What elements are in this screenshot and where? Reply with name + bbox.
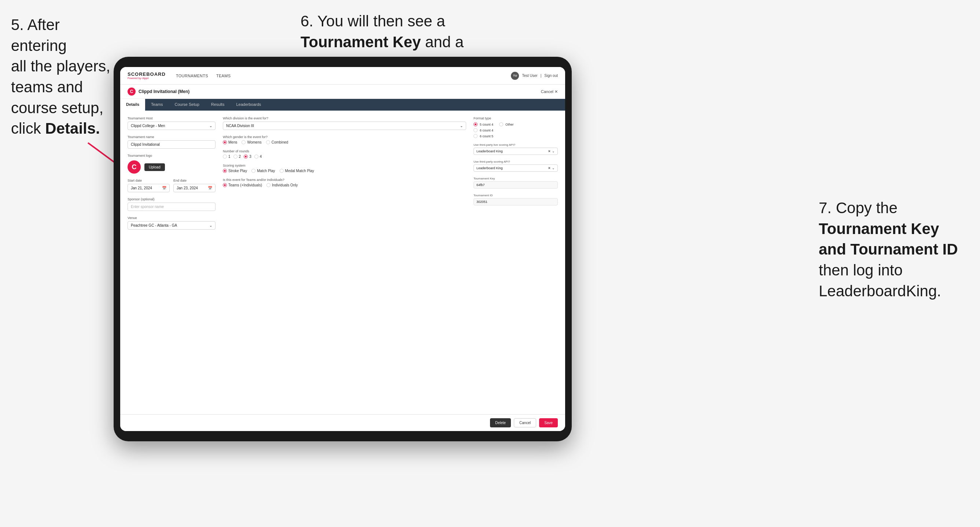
teams-radio[interactable] (223, 183, 227, 187)
teams-option[interactable]: Teams (+Individuals) (223, 183, 262, 187)
scoreboard-title: SCOREBOARD (127, 72, 165, 76)
end-date-label: End date (173, 179, 215, 183)
round-1[interactable]: 1 (223, 154, 231, 159)
scoring-stroke-radio[interactable] (223, 169, 227, 173)
sponsor-input[interactable]: Enter sponsor name (127, 203, 215, 211)
venue-label: Venue (127, 216, 215, 220)
upload-button[interactable]: Upload (145, 163, 165, 171)
tournament-host-input[interactable]: Clippd College - Men ⌄ (127, 122, 215, 130)
tournament-name: Clippd Invitational (Men) (138, 89, 189, 94)
scoring-match[interactable]: Match Play (251, 169, 275, 173)
third-party-2-input[interactable]: Leaderboard King ✕ ⌄ (474, 164, 558, 172)
nav-links: TOURNAMENTS TEAMS (176, 74, 511, 78)
individuals-radio[interactable] (266, 183, 270, 187)
bottom-bar: Delete Cancel Save (120, 414, 565, 431)
round-2-radio[interactable] (234, 154, 237, 159)
individuals-label: Individuals Only (272, 183, 298, 187)
format-5count4[interactable]: 5 count 4 (474, 122, 493, 126)
annotation-right: 7. Copy the Tournament Key and Tournamen… (819, 198, 973, 302)
format-label: Format type (474, 116, 558, 120)
end-date-field: End date Jan 23, 2024 📅 (173, 179, 215, 192)
third-party-1-input[interactable]: Leaderboard King ✕ ⌄ (474, 148, 558, 155)
gender-mens-radio[interactable] (223, 140, 227, 144)
scoring-medal[interactable]: Medal Match Play (280, 169, 314, 173)
tournament-key-label: Tournament Key (474, 177, 558, 180)
nav-right: TU Test User | Sign out (511, 72, 558, 80)
format-6count5-radio[interactable] (474, 134, 477, 138)
round-3[interactable]: 3 (244, 154, 251, 159)
division-label: Which division is the event for? (223, 116, 466, 120)
main-content: Tournament Host Clippd College - Men ⌄ T… (120, 111, 565, 414)
round-4-radio[interactable] (255, 154, 258, 159)
third-party-1-group: Use third-party live scoring API? Leader… (474, 143, 558, 155)
left-column: Tournament Host Clippd College - Men ⌄ T… (127, 116, 215, 408)
nav-link-teams[interactable]: TEAMS (216, 74, 231, 78)
tab-results[interactable]: Results (205, 99, 231, 111)
scoring-row: Stroke Play Match Play Medal Match Play (223, 169, 466, 173)
user-label: Test User (522, 74, 537, 78)
sign-out-link[interactable]: Sign out (544, 74, 558, 78)
tournament-host-label: Tournament Host (127, 116, 215, 120)
tab-details[interactable]: Details (120, 99, 145, 111)
gender-mens[interactable]: Mens (223, 140, 237, 144)
tournament-title-row: C Clippd Invitational (Men) (127, 87, 189, 95)
tab-teams[interactable]: Teams (145, 99, 169, 111)
tournament-logo-label: Tournament logo (127, 154, 215, 157)
user-avatar: TU (511, 72, 519, 80)
sponsor-label: Sponsor (optional) (127, 197, 215, 201)
round-1-radio[interactable] (223, 154, 227, 159)
logo-row: C Upload (127, 160, 215, 174)
date-row: Start date Jan 21, 2024 📅 End date Jan 2… (127, 179, 215, 192)
scoring-medal-radio[interactable] (280, 169, 284, 173)
format-5count4-radio[interactable] (474, 122, 477, 126)
format-6count4[interactable]: 6 count 4 (474, 128, 493, 132)
format-options: 5 count 4 6 count 4 6 count 5 (474, 122, 558, 138)
start-date-input[interactable]: Jan 21, 2024 📅 (127, 184, 170, 192)
scoreboard-subtitle: Powered by clippd (127, 77, 165, 79)
scoring-match-radio[interactable] (251, 169, 255, 173)
round-1-label: 1 (228, 154, 231, 159)
nav-link-tournaments[interactable]: TOURNAMENTS (176, 74, 208, 78)
tab-leaderboards[interactable]: Leaderboards (230, 99, 267, 111)
cancel-button[interactable]: Cancel (514, 418, 536, 427)
format-other-radio[interactable] (499, 122, 503, 126)
venue-group: Venue Peachtree GC - Atlanta - GA ⌄ (127, 216, 215, 230)
save-button[interactable]: Save (539, 418, 558, 427)
tablet-screen: SCOREBOARD Powered by clippd TOURNAMENTS… (120, 67, 565, 431)
gender-combined-radio[interactable] (266, 140, 270, 144)
round-3-dot (245, 156, 247, 157)
end-date-input[interactable]: Jan 23, 2024 📅 (173, 184, 215, 192)
gender-label: Which gender is the event for? (223, 135, 466, 139)
right-column: Format type 5 count 4 (474, 116, 558, 408)
gender-womens-radio[interactable] (242, 140, 245, 144)
tournament-key-group: Tournament Key 64fb7 (474, 177, 558, 189)
tablet-device: SCOREBOARD Powered by clippd TOURNAMENTS… (114, 57, 572, 441)
format-5count4-dot (475, 124, 476, 125)
round-3-radio[interactable] (244, 154, 248, 159)
individuals-option[interactable]: Individuals Only (266, 183, 298, 187)
division-input[interactable]: NCAA Division III ⌄ (223, 122, 466, 130)
tab-course-setup[interactable]: Course Setup (169, 99, 205, 111)
round-4[interactable]: 4 (255, 154, 262, 159)
middle-column: Which division is the event for? NCAA Di… (223, 116, 466, 408)
tournament-id-label: Tournament ID (474, 194, 558, 197)
teams-label-text: Teams (+Individuals) (228, 183, 262, 187)
venue-input[interactable]: Peachtree GC - Atlanta - GA ⌄ (127, 221, 215, 230)
third-party-2-label: Use third-party scoring API? (474, 160, 558, 163)
teams-dot (224, 184, 226, 186)
format-6count4-radio[interactable] (474, 128, 477, 132)
gender-womens[interactable]: Womens (242, 140, 261, 144)
tabs-row: Details Teams Course Setup Results Leade… (120, 99, 565, 111)
format-other[interactable]: Other (499, 122, 514, 126)
format-6count5[interactable]: 6 count 5 (474, 134, 493, 138)
round-2[interactable]: 2 (234, 154, 241, 159)
delete-button[interactable]: Delete (490, 418, 511, 427)
round-2-label: 2 (239, 154, 241, 159)
scoring-stroke[interactable]: Stroke Play (223, 169, 247, 173)
tournament-name-input[interactable]: Clippd Invitational (127, 140, 215, 149)
tournament-header: C Clippd Invitational (Men) Cancel ✕ (120, 84, 565, 99)
format-6count4-label: 6 count 4 (480, 129, 493, 132)
gender-combined[interactable]: Combined (266, 140, 288, 144)
cancel-header-button[interactable]: Cancel ✕ (541, 89, 558, 94)
third-party-1-label: Use third-party live scoring API? (474, 143, 558, 146)
